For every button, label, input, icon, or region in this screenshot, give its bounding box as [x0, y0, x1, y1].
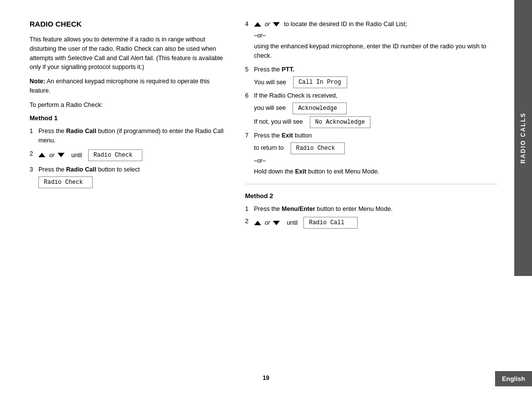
step-6-content: If the Radio Check is received, you will…	[254, 91, 498, 128]
step-4-sub: using the enhanced keypad microphone, en…	[254, 42, 498, 61]
step-7-box: Radio Check	[291, 142, 345, 154]
right-column: 4 or to locate the desired ID in the Rad…	[240, 20, 498, 391]
step-2-or: or	[49, 151, 55, 160]
step-3-label: Press the Radio Call button to select	[38, 165, 226, 174]
step-5-yousee: You will see	[254, 78, 287, 87]
step-4-content: or to locate the desired ID in the Radio…	[254, 20, 498, 62]
m2-step-2-num: 2	[245, 217, 254, 226]
english-tab: English	[495, 371, 532, 386]
note-label: Note:	[30, 78, 45, 85]
arrow-up-icon	[38, 153, 45, 157]
step-1-content: Press the Radio Call button (if programm…	[38, 127, 226, 145]
step-7-or: –or–	[254, 156, 498, 165]
step-6-box2: No Acknowledge	[310, 116, 370, 128]
step-7-hold-text2: button to exit Menu Mode.	[306, 168, 379, 175]
m2-step-1-num: 1	[245, 205, 254, 214]
step-7: 7 Press the Exit button to return to Rad…	[245, 131, 498, 176]
step-6-row2: If not, you will see No Acknowledge	[254, 116, 498, 128]
m2-step-2-until: until	[287, 218, 298, 227]
step-6-yousee: you will see	[254, 103, 286, 113]
step-5-text: Press the	[254, 66, 282, 73]
step-1-text: Press the	[38, 128, 66, 135]
step-4-text2: to locate the desired ID in the Radio Ca…	[284, 20, 407, 29]
step-5-box-row: You will see Call In Prog	[254, 76, 498, 88]
step-4-inline: or to locate the desired ID in the Radio…	[254, 20, 498, 29]
step4-arrow-up-icon	[254, 22, 261, 27]
m2-step-2-content: or until Radio Call	[254, 217, 498, 229]
step-7-return: to return to	[254, 143, 284, 153]
page-number: 19	[263, 375, 269, 381]
main-content: RADIO CHECK This feature allows you to d…	[0, 0, 532, 411]
step-1-bold: Radio Call	[66, 128, 96, 135]
step-5: 5 Press the PTT. You will see Call In Pr…	[245, 65, 498, 88]
english-label: English	[502, 375, 525, 382]
m2-step-2-or: or	[265, 218, 270, 227]
step-4-or-dash: –or–	[254, 31, 498, 40]
m2-arrow-up-icon	[254, 221, 261, 225]
m2-step-1-text2: button to enter Menu Mode.	[315, 206, 393, 212]
step-5-bold: PTT.	[282, 66, 295, 73]
step-7-bold: Exit	[282, 132, 293, 139]
step-5-label: Press the PTT.	[254, 65, 498, 74]
step-7-hold-text1: Hold down the	[254, 168, 295, 175]
step-7-text: Press the	[254, 132, 282, 139]
step-2-until: until	[71, 151, 82, 160]
step-5-num: 5	[245, 65, 254, 74]
step-3-bold: Radio Call	[66, 166, 96, 173]
step-6-row1: you will see Acknowledge	[254, 103, 498, 114]
step-2-box: Radio Check	[88, 149, 142, 161]
step-6-box: Acknowledge	[293, 103, 347, 114]
to-perform: To perform a Radio Check:	[30, 101, 226, 110]
step-7-hold: Hold down the Exit button to exit Menu M…	[254, 167, 498, 176]
m2-step-2-inline: or until Radio Call	[254, 217, 498, 229]
step-2-content: or until Radio Check	[38, 149, 226, 161]
radio-calls-tab: RADIO CALLS	[514, 0, 532, 276]
step-4-or: or	[265, 20, 270, 29]
radio-calls-label: RADIO CALLS	[520, 112, 527, 164]
step-4-num: 4	[245, 20, 254, 29]
left-column: RADIO CHECK This feature allows you to d…	[30, 20, 240, 391]
step-4: 4 or to locate the desired ID in the Rad…	[245, 20, 498, 62]
step-6-label: If the Radio Check is received,	[254, 91, 498, 101]
m2-arrow-down-icon	[273, 221, 280, 225]
step-7-num: 7	[245, 131, 254, 140]
method1-title: Method 1	[30, 114, 226, 122]
method2-title: Method 2	[245, 192, 498, 200]
intro-text: This feature allows you to determine if …	[30, 35, 226, 72]
step-3-box: Radio Check	[38, 176, 93, 188]
m2-step-2: 2 or until Radio Call	[245, 217, 498, 229]
step4-arrow-down-icon	[273, 22, 280, 27]
step-3-content: Press the Radio Call button to select Ra…	[38, 165, 226, 188]
step-2: 2 or until Radio Check	[30, 149, 226, 161]
section-divider	[245, 184, 498, 184]
step-6-ifnot: If not, you will see	[254, 117, 303, 127]
step-5-box: Call In Prog	[293, 76, 347, 88]
step-2-inline: or until Radio Check	[38, 149, 226, 161]
section-title: RADIO CHECK	[30, 20, 226, 28]
m2-step-2-box: Radio Call	[303, 217, 358, 229]
step-3-text: Press the	[38, 166, 66, 173]
step-1: 1 Press the Radio Call button (if progra…	[30, 127, 226, 145]
arrow-down-icon	[58, 153, 65, 157]
step-2-num: 2	[30, 149, 38, 159]
note-text: An enhanced keypad microphone is require…	[30, 78, 210, 94]
note-line: Note: An enhanced keypad microphone is r…	[30, 77, 226, 96]
step-7-box-row: to return to Radio Check	[254, 142, 498, 154]
step-3-box-row: Radio Check	[38, 176, 226, 188]
step-6: 6 If the Radio Check is received, you wi…	[245, 91, 498, 128]
step-3-text2: button to select	[98, 166, 140, 173]
step-1-num: 1	[30, 127, 38, 136]
m2-step-1-text: Press the	[254, 206, 282, 212]
step-7-text2: button	[295, 132, 312, 139]
m2-step-1: 1 Press the Menu/Enter button to enter M…	[245, 205, 498, 214]
step-3: 3 Press the Radio Call button to select …	[30, 165, 226, 188]
step-6-num: 6	[245, 91, 254, 101]
step-3-num: 3	[30, 165, 38, 174]
step-7-label: Press the Exit button	[254, 131, 498, 140]
m2-step-1-bold: Menu/Enter	[282, 206, 315, 212]
step-7-content: Press the Exit button to return to Radio…	[254, 131, 498, 176]
step-7-hold-bold: Exit	[295, 168, 306, 175]
m2-step-1-content: Press the Menu/Enter button to enter Men…	[254, 205, 498, 214]
step-5-content: Press the PTT. You will see Call In Prog	[254, 65, 498, 88]
